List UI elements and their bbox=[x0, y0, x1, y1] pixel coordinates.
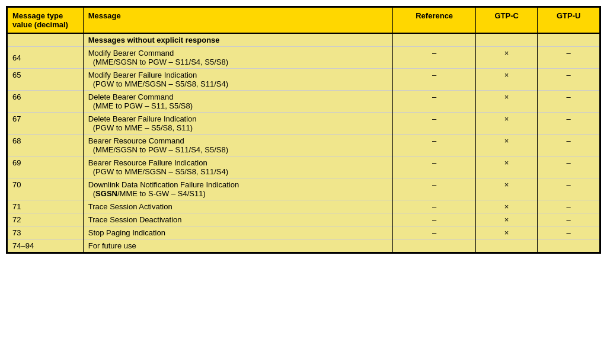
row-gtpc-67: × bbox=[475, 113, 538, 135]
row-gtpu-67: – bbox=[538, 113, 600, 135]
main-table-container: Message type value (decimal) Message Ref… bbox=[6, 6, 601, 254]
row-ref-71: – bbox=[393, 200, 475, 213]
row-ref-65: – bbox=[393, 69, 475, 91]
row-num-73: 73 bbox=[8, 226, 84, 240]
row-msg-70: Downlink Data Notification Failure Indic… bbox=[83, 178, 393, 200]
row-ref-67: – bbox=[393, 113, 475, 135]
row-msg-73: Stop Paging Indication bbox=[83, 226, 393, 240]
row-gtpc-66: × bbox=[475, 91, 538, 113]
row-gtpu-74-94 bbox=[538, 240, 600, 253]
row-num-71: 71 bbox=[8, 200, 84, 213]
row-num-74-94: 74–94 bbox=[8, 240, 84, 253]
row-num-69: 69 bbox=[8, 157, 84, 178]
table-row: 69 Bearer Resource Failure Indication (P… bbox=[8, 157, 600, 178]
row-ref-68: – bbox=[393, 135, 475, 157]
row-num-64: 64 bbox=[8, 47, 84, 69]
row-msg-66: Delete Bearer Command (MME to PGW – S11,… bbox=[83, 91, 393, 113]
section-header-gtpu bbox=[538, 33, 600, 47]
row-gtpc-73: × bbox=[475, 226, 538, 240]
row-num-72: 72 bbox=[8, 213, 84, 226]
table-row: 64 Modify Bearer Command (MME/SGSN to PG… bbox=[8, 47, 600, 69]
row-ref-66: – bbox=[393, 91, 475, 113]
row-gtpc-65: × bbox=[475, 69, 538, 91]
col-header-msg: Message bbox=[83, 8, 393, 34]
row-num-68: 68 bbox=[8, 135, 84, 157]
row-msg-71: Trace Session Activation bbox=[83, 200, 393, 213]
row-gtpu-65: – bbox=[538, 69, 600, 91]
row-msg-72: Trace Session Deactivation bbox=[83, 213, 393, 226]
row-msg-67: Delete Bearer Failure Indication (PGW to… bbox=[83, 113, 393, 135]
table-row: 71 Trace Session Activation – × – bbox=[8, 200, 600, 213]
section-header-num bbox=[8, 33, 84, 47]
row-gtpc-64: × bbox=[475, 47, 538, 69]
table-row: 65 Modify Bearer Failure Indication (PGW… bbox=[8, 69, 600, 91]
row-gtpc-69: × bbox=[475, 157, 538, 178]
row-gtpu-68: – bbox=[538, 135, 600, 157]
section-header-gtpc bbox=[475, 33, 538, 47]
section-header-ref bbox=[393, 33, 475, 47]
row-ref-70: – bbox=[393, 178, 475, 200]
row-num-65: 65 bbox=[8, 69, 84, 91]
table-row: 66 Delete Bearer Command (MME to PGW – S… bbox=[8, 91, 600, 113]
row-gtpu-64: – bbox=[538, 47, 600, 69]
row-gtpu-70: – bbox=[538, 178, 600, 200]
row-gtpc-74-94 bbox=[475, 240, 538, 253]
row-num-66: 66 bbox=[8, 91, 84, 113]
row-gtpc-71: × bbox=[475, 200, 538, 213]
col-header-gtpu: GTP-U bbox=[538, 8, 600, 34]
row-gtpc-68: × bbox=[475, 135, 538, 157]
col-header-ref: Reference bbox=[393, 8, 475, 34]
row-msg-68: Bearer Resource Command (MME/SGSN to PGW… bbox=[83, 135, 393, 157]
col-header-num: Message type value (decimal) bbox=[8, 8, 84, 34]
row-ref-74-94 bbox=[393, 240, 475, 253]
row-msg-65: Modify Bearer Failure Indication (PGW to… bbox=[83, 69, 393, 91]
section-header-row: Messages without explicit response bbox=[8, 33, 600, 47]
row-msg-64: Modify Bearer Command (MME/SGSN to PGW –… bbox=[83, 47, 393, 69]
row-ref-73: – bbox=[393, 226, 475, 240]
section-header-label: Messages without explicit response bbox=[83, 33, 393, 47]
row-gtpu-71: – bbox=[538, 200, 600, 213]
row-gtpu-69: – bbox=[538, 157, 600, 178]
row-gtpu-66: – bbox=[538, 91, 600, 113]
row-gtpc-72: × bbox=[475, 213, 538, 226]
table-row: 68 Bearer Resource Command (MME/SGSN to … bbox=[8, 135, 600, 157]
table-row: 70 Downlink Data Notification Failure In… bbox=[8, 178, 600, 200]
table-row: 67 Delete Bearer Failure Indication (PGW… bbox=[8, 113, 600, 135]
row-num-70: 70 bbox=[8, 178, 84, 200]
row-gtpc-70: × bbox=[475, 178, 538, 200]
table-row: 74–94 For future use bbox=[8, 240, 600, 253]
row-ref-64: – bbox=[393, 47, 475, 69]
row-num-67: 67 bbox=[8, 113, 84, 135]
row-gtpu-72: – bbox=[538, 213, 600, 226]
table-row: 73 Stop Paging Indication – × – bbox=[8, 226, 600, 240]
row-msg-74-94: For future use bbox=[83, 240, 393, 253]
row-ref-72: – bbox=[393, 213, 475, 226]
row-gtpu-73: – bbox=[538, 226, 600, 240]
row-msg-69: Bearer Resource Failure Indication (PGW … bbox=[83, 157, 393, 178]
col-header-gtpc: GTP-C bbox=[475, 8, 538, 34]
table-row: 72 Trace Session Deactivation – × – bbox=[8, 213, 600, 226]
row-ref-69: – bbox=[393, 157, 475, 178]
